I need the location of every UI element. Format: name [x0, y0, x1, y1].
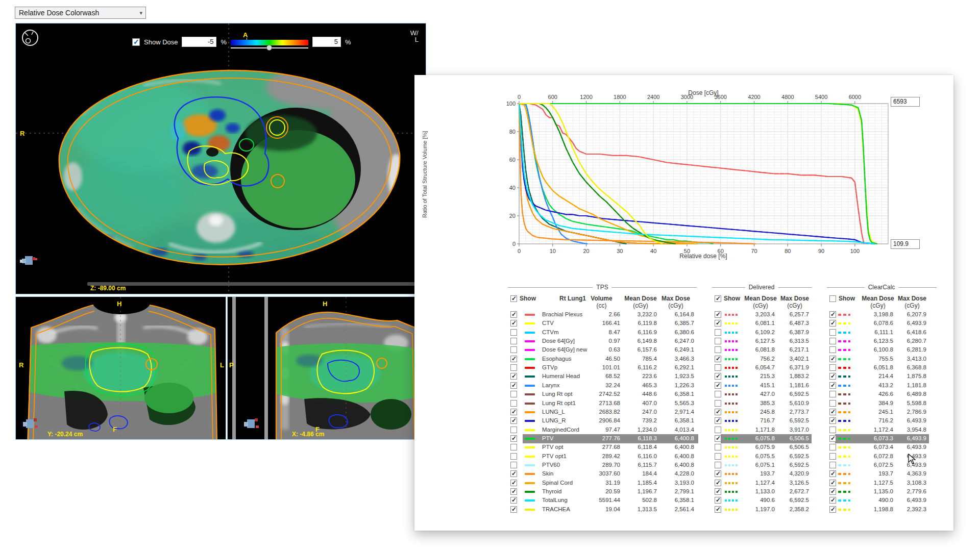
tps-show-checkbox[interactable] — [510, 444, 517, 450]
delivered-show-checkbox[interactable] — [715, 346, 721, 353]
delivered-show-checkbox[interactable] — [715, 311, 721, 318]
clearcalc-show-checkbox[interactable] — [829, 382, 836, 389]
table-row[interactable]: PTV opt1289.426,116.06,400.86,075.56,592… — [414, 453, 953, 461]
clearcalc-show-checkbox[interactable] — [829, 453, 836, 460]
delivered-show-checkbox[interactable] — [715, 417, 721, 424]
clearcalc-show-checkbox[interactable] — [829, 488, 836, 495]
table-row[interactable]: LUNG_L2683.82247.02,971.4245.82,773.7245… — [414, 408, 953, 417]
axial-view[interactable]: Show Dose -5 % A 5 % W/ L R Z: -89.00 cm — [15, 23, 426, 294]
tps-show-checkbox[interactable] — [510, 391, 517, 397]
tps-show-checkbox[interactable] — [510, 329, 517, 336]
clearcalc-show-checkbox[interactable] — [829, 506, 836, 513]
sagittal-view[interactable]: H P A F X: -4.86 cm — [227, 296, 426, 440]
table-row[interactable]: Brachial Plexus2.663,232.06,164.83,203.4… — [414, 311, 953, 319]
clearcalc-show-checkbox[interactable] — [829, 391, 836, 397]
table-row[interactable]: Skin3037.60184.44,228.0193.74,320.9193.7… — [414, 470, 953, 479]
delivered-show-checkbox[interactable] — [715, 356, 721, 362]
clearcalc-show-checkbox[interactable] — [829, 373, 836, 380]
tps-show-all-checkbox[interactable] — [510, 295, 517, 302]
tps-show-checkbox[interactable] — [510, 453, 517, 460]
clearcalc-show-checkbox[interactable] — [829, 462, 836, 468]
table-row[interactable]: Dose 64[Gy]0.976,149.86,247.06,127.56,31… — [414, 337, 953, 346]
table-row[interactable]: PTV60289.706,115.76,400.86,075.16,592.56… — [414, 461, 953, 470]
clearcalc-show-checkbox[interactable] — [829, 470, 836, 477]
tps-show-checkbox[interactable] — [510, 382, 517, 389]
table-row[interactable]: MarginedCord97.471,234.04,013.41,171.83,… — [414, 426, 953, 435]
tps-show-checkbox[interactable] — [510, 364, 517, 371]
table-row[interactable]: Thyroid20.591,196.72,799.11,133.02,672.7… — [414, 488, 953, 496]
tps-show-checkbox[interactable] — [510, 470, 517, 477]
delivered-show-checkbox[interactable] — [715, 444, 721, 450]
clearcalc-show-checkbox[interactable] — [829, 497, 836, 504]
tps-show-checkbox[interactable] — [510, 356, 517, 362]
table-row[interactable]: PTV277.766,118.36,400.86,075.86,506.56,0… — [414, 435, 953, 443]
delivered-show-checkbox[interactable] — [715, 338, 721, 344]
table-row[interactable]: PTV opt277.686,118.46,400.86,075.96,506.… — [414, 443, 953, 452]
clearcalc-show-checkbox[interactable] — [829, 409, 836, 415]
clearcalc-show-all-checkbox[interactable] — [829, 295, 836, 302]
tps-show-checkbox[interactable] — [510, 417, 517, 424]
clearcalc-show-checkbox[interactable] — [829, 356, 836, 362]
dose-max-input[interactable]: 5 — [312, 37, 341, 47]
delivered-show-checkbox[interactable] — [715, 320, 721, 327]
tps-show-checkbox[interactable] — [510, 427, 517, 433]
tps-show-checkbox[interactable] — [510, 480, 517, 486]
tps-show-checkbox[interactable] — [510, 320, 517, 327]
clearcalc-show-checkbox[interactable] — [829, 320, 836, 327]
table-row[interactable]: CTV166.416,119.86,385.76,081.16,487.36,0… — [414, 319, 953, 328]
colorbar-slider-thumb[interactable] — [266, 45, 272, 51]
delivered-show-checkbox[interactable] — [715, 409, 721, 415]
clearcalc-show-checkbox[interactable] — [829, 400, 836, 407]
table-row[interactable]: Dose 64[Gy] new0.636,157.66,249.16,081.8… — [414, 346, 953, 355]
table-row[interactable]: Lung Rt opt12713.68407.05,565.3385.35,61… — [414, 399, 953, 408]
clearcalc-show-checkbox[interactable] — [829, 435, 836, 442]
tps-show-checkbox[interactable] — [510, 400, 517, 407]
delivered-show-checkbox[interactable] — [715, 497, 721, 504]
clearcalc-show-checkbox[interactable] — [829, 444, 836, 450]
clearcalc-show-checkbox[interactable] — [829, 329, 836, 336]
clearcalc-show-checkbox[interactable] — [829, 346, 836, 353]
dose-max-edit-box[interactable]: 6593 — [891, 97, 920, 107]
axial-slice-scrollbar[interactable] — [87, 282, 419, 286]
table-row[interactable]: Larynx32.24465.31,226.3415.11,181.6413.2… — [414, 382, 953, 390]
show-dose-checkbox[interactable] — [132, 38, 140, 46]
relative-dose-max-edit-box[interactable]: 109.9 — [891, 239, 920, 249]
delivered-show-checkbox[interactable] — [715, 427, 721, 433]
table-row[interactable]: TRACHEA19.041,313.52,561.41,197.02,358.2… — [414, 506, 953, 514]
table-row[interactable]: GTVp101.016,116.26,292.16,054.76,371.96,… — [414, 364, 953, 372]
delivered-show-checkbox[interactable] — [715, 373, 721, 380]
delivered-show-checkbox[interactable] — [715, 382, 721, 389]
clearcalc-show-checkbox[interactable] — [829, 338, 836, 344]
tps-show-checkbox[interactable] — [510, 409, 517, 415]
delivered-show-checkbox[interactable] — [715, 453, 721, 460]
clearcalc-show-checkbox[interactable] — [829, 417, 836, 424]
tps-show-checkbox[interactable] — [510, 311, 517, 318]
clearcalc-show-checkbox[interactable] — [829, 480, 836, 486]
delivered-show-checkbox[interactable] — [715, 435, 721, 442]
table-row[interactable]: Humeral Head68.52223.61,923.5215.31,883.… — [414, 372, 953, 381]
tps-show-checkbox[interactable] — [510, 497, 517, 504]
delivered-show-checkbox[interactable] — [715, 391, 721, 397]
table-row[interactable]: LUNG_R2906.84739.26,358.1716.76,592.5716… — [414, 417, 953, 425]
delivered-show-checkbox[interactable] — [715, 488, 721, 495]
table-row[interactable]: CTVm8.476,116.96,380.66,109.26,387.96,11… — [414, 329, 953, 337]
delivered-show-checkbox[interactable] — [715, 480, 721, 486]
clearcalc-show-checkbox[interactable] — [829, 427, 836, 433]
coronal-view[interactable]: H R L F Y: -20.24 cm — [15, 296, 226, 440]
table-row[interactable]: Spinal Cord31.191,185.43,193.01,127.43,1… — [414, 479, 953, 488]
clearcalc-show-checkbox[interactable] — [829, 364, 836, 371]
delivered-show-checkbox[interactable] — [715, 400, 721, 407]
table-row[interactable]: Esophagus46.50785.43,466.3756.23,402.175… — [414, 355, 953, 364]
tps-show-checkbox[interactable] — [510, 488, 517, 495]
table-row[interactable]: Lung Rt opt2742.52448.66,358.1427.06,592… — [414, 390, 953, 399]
window-level-button[interactable]: W/ L — [410, 30, 419, 43]
tps-show-checkbox[interactable] — [510, 338, 517, 344]
delivered-show-checkbox[interactable] — [715, 329, 721, 336]
tps-show-checkbox[interactable] — [510, 346, 517, 353]
tps-show-checkbox[interactable] — [510, 462, 517, 468]
delivered-show-checkbox[interactable] — [715, 470, 721, 477]
delivered-show-checkbox[interactable] — [715, 462, 721, 468]
tps-show-checkbox[interactable] — [510, 506, 517, 513]
delivered-show-checkbox[interactable] — [715, 364, 721, 371]
delivered-show-all-checkbox[interactable] — [715, 295, 721, 302]
